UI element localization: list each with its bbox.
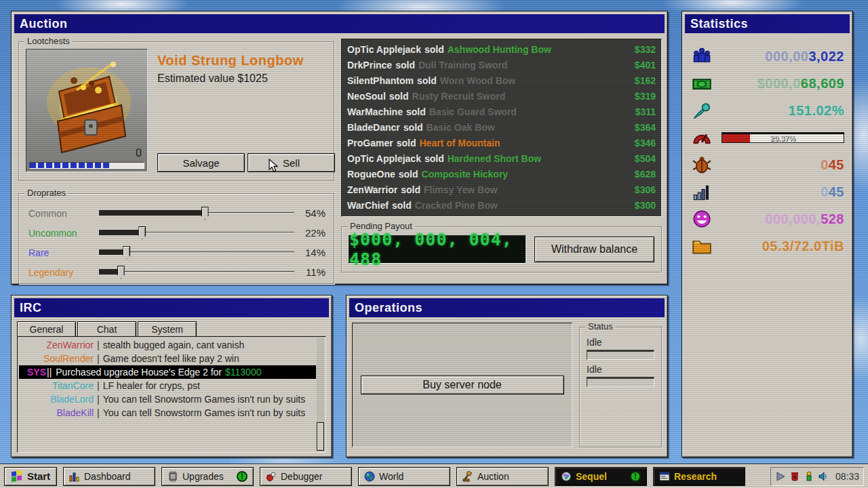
droprates-group-label: Droprates: [24, 188, 68, 198]
play-tray-icon[interactable]: [775, 471, 786, 482]
tab-general[interactable]: General: [17, 321, 76, 336]
irc-window-title: IRC: [14, 298, 329, 317]
droprates-group: Droprates Common 54% Uncommon: [18, 193, 334, 284]
taskbar-button-auction[interactable]: Auction: [456, 467, 549, 486]
log-price: $332: [635, 44, 656, 55]
hydrant-tray-icon[interactable]: [789, 471, 800, 482]
log-verb: sold: [417, 75, 437, 86]
slider-thumb[interactable]: [123, 246, 130, 260]
log-seller: WarMachine: [347, 106, 403, 117]
irc-chat-message: TitanCore|LF healer for cryps, pst: [19, 379, 316, 392]
log-item-name: Dull Training Sword: [418, 60, 507, 70]
gauge-icon: [692, 128, 712, 147]
log-price: $162: [635, 75, 656, 86]
irc-nick: TitanCore: [19, 379, 94, 392]
auction-log-row: BladeDancrsoldBasic Oak Bow$364: [342, 119, 661, 135]
money-icon: [692, 74, 712, 93]
irc-separator: |: [97, 406, 100, 420]
statistics-window-title: Statistics: [685, 14, 850, 33]
auction-window-title: Auction: [14, 14, 665, 33]
auction-log-row: ZenWarriorsoldFlimsy Yew Bow$306: [342, 182, 661, 197]
log-seller: SilentPhantom: [347, 75, 414, 86]
salvage-button[interactable]: Salvage: [157, 153, 245, 172]
research-window-icon: [659, 471, 670, 482]
lootchests-group-label: Lootchests: [24, 36, 73, 46]
droprate-slider-legendary[interactable]: [99, 265, 294, 280]
lootchest-image: 0: [26, 49, 148, 172]
droprate-value: 22%: [294, 227, 326, 239]
slider-thumb[interactable]: [117, 266, 125, 279]
stat-strong: 45: [829, 184, 844, 199]
operations-window-title: Operations: [349, 298, 665, 317]
irc-message-list: ZenWarrior|stealth bugged again, cant va…: [17, 336, 326, 453]
droprate-row-rare: Rare 14%: [28, 243, 326, 262]
start-button[interactable]: Start: [4, 467, 57, 486]
auction-log-row: OpTic ApplejacksoldHardened Short Bow$50…: [342, 150, 661, 166]
smiley-icon: [692, 209, 712, 228]
withdraw-balance-button[interactable]: Withdraw balance: [534, 237, 654, 262]
loot-estimated-value: Estimated value $1025: [157, 73, 335, 85]
globe-icon: [364, 471, 375, 482]
speaker-tray-icon[interactable]: [818, 471, 829, 482]
log-seller: BladeDancr: [347, 122, 400, 133]
statistics-window: Statistics 000,003,022 $000,068,609: [682, 11, 853, 458]
droprate-row-common: Common 54%: [28, 203, 326, 223]
slider-thumb[interactable]: [201, 207, 209, 220]
taskbar-button-sequel[interactable]: Sequel !: [555, 467, 647, 486]
droprate-label: Rare: [28, 247, 99, 258]
log-verb: sold: [392, 200, 412, 211]
droprate-slider-common[interactable]: [99, 206, 294, 221]
log-item-name: Hardened Short Bow: [448, 153, 541, 164]
irc-separator: |: [97, 392, 100, 406]
buy-server-node-button[interactable]: Buy server node: [361, 375, 564, 394]
log-verb: sold: [425, 153, 444, 164]
taskbar-button-dashboard[interactable]: Dashboard: [63, 467, 155, 486]
irc-message-text: You can tell Snowstorm Games isn't run b…: [103, 392, 316, 406]
irc-scrollbar-thumb[interactable]: [317, 422, 324, 451]
log-item-name: Rusty Recruit Sword: [412, 91, 506, 102]
stat-dim: $000,0: [757, 76, 801, 91]
irc-nick: ZenWarrior: [19, 338, 94, 352]
auction-log-row: DrkPrincesoldDull Training Sword$401: [342, 57, 661, 73]
tab-system[interactable]: System: [138, 321, 197, 336]
irc-nick: BladeLord: [19, 392, 94, 406]
taskbar-button-research[interactable]: Research: [653, 467, 745, 486]
stat-strong: 68,609: [801, 76, 844, 91]
debugger-icon: [266, 471, 277, 482]
status-progressbar: [587, 377, 654, 387]
stat-row-money: $000,068,609: [692, 70, 844, 97]
irc-nick: BladeKill: [19, 406, 94, 420]
taskbar-button-world[interactable]: World: [358, 467, 450, 486]
status-item-label: Idle: [587, 364, 654, 375]
dashboard-icon: [69, 471, 80, 482]
lootchest-progressbar-fill: [30, 163, 110, 168]
droprate-slider-uncommon[interactable]: [99, 226, 294, 241]
stat-strong: 528: [821, 211, 844, 226]
log-verb: sold: [397, 138, 416, 148]
pending-payout-amount: $000, 000, 004, 488: [349, 235, 526, 264]
irc-chat-message: ZenWarrior|stealth bugged again, cant va…: [19, 338, 316, 352]
irc-tabs: General Chat System: [17, 321, 329, 336]
log-item-name: Worn Wood Bow: [440, 75, 515, 86]
log-seller: DrkPrince: [347, 60, 392, 70]
sell-button[interactable]: Sell: [248, 153, 335, 172]
irc-nick: SoulRender: [19, 352, 94, 365]
irc-separator: |: [97, 338, 100, 352]
taskbar-button-upgrades[interactable]: Upgrades !: [161, 467, 254, 486]
stat-row-signal: 045: [692, 178, 844, 205]
tab-chat[interactable]: Chat: [77, 321, 136, 336]
sequel-app-icon: [561, 471, 572, 482]
irc-window: IRC General Chat System ZenWarrior|steal…: [11, 295, 332, 458]
operations-window: Operations Buy server node Status Idle I…: [346, 295, 668, 458]
sprite-tray-icon[interactable]: [804, 471, 814, 482]
stat-row-storage: 05.3/72.0TiB: [692, 232, 844, 260]
slider-thumb[interactable]: [138, 226, 146, 240]
droprate-slider-rare[interactable]: [99, 245, 294, 260]
stat-row-rate: 151.02%: [692, 97, 844, 124]
folder-icon: [692, 237, 712, 256]
log-seller: OpTic Applejack: [347, 44, 421, 55]
taskbar-button-debugger[interactable]: Debugger: [260, 467, 352, 486]
log-price: $346: [635, 138, 656, 148]
upgrades-notification-badge: !: [237, 471, 248, 482]
irc-scrollbar[interactable]: [317, 338, 324, 451]
